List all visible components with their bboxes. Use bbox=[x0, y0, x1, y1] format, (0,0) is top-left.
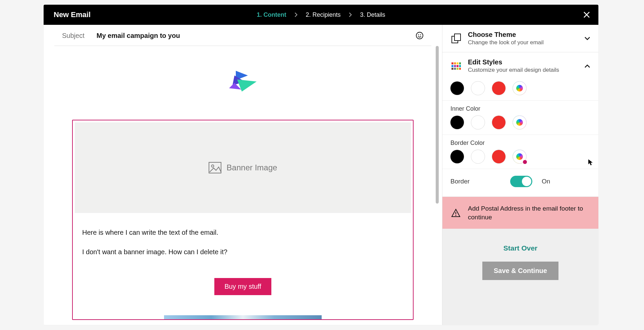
swatch-custom[interactable] bbox=[513, 81, 526, 95]
cta-wrap: Buy my stuff bbox=[73, 267, 413, 315]
chevron-right-icon bbox=[294, 12, 298, 17]
start-over-button[interactable]: Start Over bbox=[503, 244, 538, 252]
new-email-modal: New Email 1. Content 2. Recipients 3. De… bbox=[44, 5, 598, 325]
step-details[interactable]: 3. Details bbox=[360, 11, 385, 18]
email-paragraph[interactable]: I don't want a banner image. How can I d… bbox=[82, 247, 404, 257]
swatch-black[interactable] bbox=[450, 116, 464, 129]
titlebar: New Email 1. Content 2. Recipients 3. De… bbox=[44, 5, 598, 25]
swatch-white[interactable] bbox=[471, 116, 485, 129]
step-recipients[interactable]: 2. Recipients bbox=[306, 11, 340, 18]
svg-point-12 bbox=[455, 215, 457, 216]
svg-point-0 bbox=[416, 32, 423, 39]
modal-body: Subject My email campaign to you bbox=[44, 25, 598, 325]
theme-icon bbox=[450, 33, 462, 44]
svg-marker-5 bbox=[237, 79, 257, 92]
svg-point-1 bbox=[418, 35, 419, 36]
edit-styles-title: Edit Styles bbox=[468, 58, 578, 66]
sidebar: Choose Theme Change the look of your ema… bbox=[442, 25, 598, 325]
swatch-row bbox=[450, 81, 590, 95]
editor-column: Subject My email campaign to you bbox=[44, 25, 442, 325]
swatch-black[interactable] bbox=[450, 150, 464, 163]
selected-indicator bbox=[523, 160, 527, 164]
edit-styles-subtitle: Customize your email design details bbox=[468, 67, 578, 73]
edit-styles-body: Inner Color Border Color bbox=[442, 79, 598, 197]
border-color-section: Border Color bbox=[442, 135, 598, 169]
choose-theme-panel: Choose Theme Change the look of your ema… bbox=[442, 25, 598, 52]
email-body-text[interactable]: Here is where I can write the text of th… bbox=[73, 215, 413, 257]
chevron-right-icon bbox=[349, 12, 352, 17]
email-card[interactable]: Banner Image Here is where I can write t… bbox=[72, 120, 414, 320]
border-toggle-state: On bbox=[542, 178, 550, 185]
image-icon bbox=[209, 162, 221, 173]
email-canvas-wrap: Banner Image Here is where I can write t… bbox=[44, 46, 442, 325]
swatch-red[interactable] bbox=[492, 81, 505, 95]
sidebar-actions: Start Over Save & Continue bbox=[442, 229, 598, 293]
email-paragraph[interactable]: Here is where I can write the text of th… bbox=[82, 228, 404, 237]
step-content[interactable]: 1. Content bbox=[257, 11, 286, 18]
swatch-white[interactable] bbox=[471, 81, 485, 95]
warning-icon bbox=[451, 208, 461, 218]
cta-button[interactable]: Buy my stuff bbox=[214, 278, 271, 295]
email-canvas[interactable]: Banner Image Here is where I can write t… bbox=[44, 46, 442, 325]
swatch-custom[interactable] bbox=[513, 116, 526, 129]
svg-rect-10 bbox=[454, 34, 461, 41]
subject-input[interactable]: My email campaign to you bbox=[97, 32, 404, 40]
choose-theme-title: Choose Theme bbox=[468, 31, 578, 39]
svg-point-2 bbox=[420, 35, 421, 36]
color-section-top bbox=[442, 79, 598, 101]
save-continue-button[interactable]: Save & Continue bbox=[482, 262, 558, 280]
subject-label: Subject bbox=[62, 32, 85, 40]
swatch-red[interactable] bbox=[492, 150, 505, 163]
alert-text: Add Postal Address in the email footer t… bbox=[468, 204, 590, 221]
inner-color-label: Inner Color bbox=[450, 105, 590, 112]
choose-theme-header[interactable]: Choose Theme Change the look of your ema… bbox=[442, 25, 598, 52]
banner-image-placeholder[interactable]: Banner Image bbox=[75, 122, 411, 213]
postal-address-alert: Add Postal Address in the email footer t… bbox=[442, 197, 598, 229]
swatch-custom[interactable] bbox=[513, 150, 526, 163]
swatch-row bbox=[450, 116, 590, 129]
banner-image-label: Banner Image bbox=[227, 163, 277, 172]
close-button[interactable] bbox=[583, 11, 590, 18]
chevron-up-icon bbox=[584, 64, 590, 68]
border-toggle[interactable] bbox=[510, 176, 532, 187]
swatch-red[interactable] bbox=[492, 116, 505, 129]
palette-grid-icon bbox=[450, 60, 462, 72]
swatch-white[interactable] bbox=[471, 150, 485, 163]
scrollbar[interactable] bbox=[436, 46, 439, 204]
bottom-image-strip[interactable] bbox=[164, 315, 322, 319]
subject-row: Subject My email campaign to you bbox=[44, 25, 442, 46]
svg-point-8 bbox=[211, 165, 214, 167]
stepper: 1. Content 2. Recipients 3. Details bbox=[257, 11, 385, 18]
choose-theme-subtitle: Change the look of your email bbox=[468, 39, 578, 46]
border-label: Border bbox=[450, 178, 501, 185]
chevron-down-icon bbox=[584, 37, 590, 41]
border-color-label: Border Color bbox=[450, 140, 590, 147]
emoji-picker-button[interactable] bbox=[416, 32, 424, 40]
edit-styles-panel: Edit Styles Customize your email design … bbox=[442, 52, 598, 197]
inner-color-section: Inner Color bbox=[442, 101, 598, 135]
swatch-black[interactable] bbox=[450, 81, 464, 95]
modal-title: New Email bbox=[54, 10, 91, 19]
border-toggle-row: Border On bbox=[442, 169, 598, 197]
edit-styles-header[interactable]: Edit Styles Customize your email design … bbox=[442, 52, 598, 79]
swatch-row bbox=[450, 150, 590, 163]
logo-image bbox=[72, 66, 414, 97]
